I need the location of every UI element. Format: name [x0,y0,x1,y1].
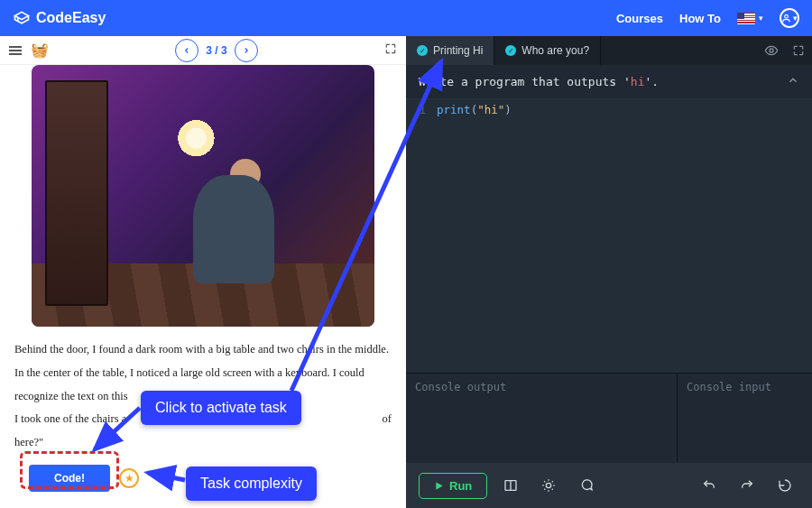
undo-icon [702,478,716,493]
visibility-button[interactable] [758,36,785,65]
check-icon: ✓ [505,45,516,56]
editor-toolbar: Run [406,463,812,508]
page-indicator: 3 / 3 [206,44,226,57]
redo-button[interactable] [733,471,761,500]
chevron-up-icon [787,74,799,87]
chat-button[interactable] [572,471,601,500]
next-page-button[interactable] [235,39,258,62]
account-menu[interactable]: ▾ [780,8,799,28]
tab-printing-hi[interactable]: ✓ Printing Hi [406,36,494,65]
eye-icon [764,43,779,58]
pager: 3 / 3 [58,39,375,62]
svg-point-3 [547,483,551,487]
console-input-label: Console input [687,381,771,393]
code-button[interactable]: Code! [29,465,110,492]
story-line: recognize the text on this [14,390,128,402]
chevron-right-icon [242,46,251,55]
basket-icon[interactable]: 🧺 [31,42,49,59]
svg-point-1 [770,49,773,52]
main-split: 🧺 3 / 3 Behind the door, I found a dark … [0,36,812,508]
play-icon [434,481,444,491]
user-icon [781,13,791,23]
svg-point-0 [785,14,789,18]
brand[interactable]: CodeEasy [13,9,106,27]
story-line: Behind the door, I found a dark room wit… [14,339,392,361]
chevron-down-icon: ▾ [759,14,763,23]
console-input[interactable]: Console input [677,374,812,463]
difficulty-badge[interactable]: ★ [119,468,139,488]
brand-text: CodeEasy [36,10,106,26]
refresh-icon [778,478,792,493]
tab-label: Printing Hi [433,44,483,57]
run-label: Run [449,479,472,493]
nav-howto[interactable]: How To [679,12,721,25]
tab-who-are-you[interactable]: ✓ Who are you? [494,36,601,65]
menu-button[interactable] [9,44,22,57]
layout-button[interactable] [496,471,525,500]
story-illustration [32,65,374,327]
check-icon: ✓ [417,45,428,56]
task-tabs: ✓ Printing Hi ✓ Who are you? [406,36,812,65]
flag-us-icon [737,13,755,24]
expand-icon [792,44,805,57]
chevron-down-icon: ▾ [793,14,798,23]
undo-button[interactable] [695,471,724,500]
sun-icon [541,478,556,493]
language-selector[interactable]: ▾ [737,13,763,24]
story-line: In the center of the table, I noticed a … [14,363,392,384]
redo-icon [740,478,754,493]
annotation-callout-complexity: Task complexity [186,466,317,501]
console-output: Console output [406,374,677,463]
chevron-left-icon [182,46,191,55]
annotation-callout-activate: Click to activate task [141,391,301,425]
story-panel: 🧺 3 / 3 Behind the door, I found a dark … [0,36,406,508]
code-panel: ✓ Printing Hi ✓ Who are you? Write a pro… [406,36,812,508]
columns-icon [503,478,518,493]
reset-button[interactable] [770,471,799,500]
story-line: here?" [14,432,392,454]
fullscreen-editor-button[interactable] [785,36,812,65]
top-nav: CodeEasy Courses How To ▾ ▾ [0,0,812,36]
logo-icon [13,9,31,27]
code-area[interactable]: print("hi") [433,99,812,373]
collapse-instruction-button[interactable] [787,74,799,89]
expand-icon [384,42,397,55]
line-gutter: 1 [406,99,433,373]
code-editor[interactable]: 1 print("hi") [406,99,812,373]
run-button[interactable]: Run [419,473,487,499]
tab-label: Who are you? [521,44,589,57]
chat-icon [579,478,594,493]
console-output-label: Console output [415,381,506,393]
task-instruction: Write a program that outputs 'hi'. [406,65,812,99]
story-line: of [383,409,392,430]
instruction-literal: hi [631,75,645,88]
story-content: Behind the door, I found a dark room wit… [0,65,406,508]
theme-button[interactable] [534,471,563,500]
console-row: Console output Console input [406,373,812,463]
prev-page-button[interactable] [175,39,198,62]
story-line: I took one of the chairs a [14,412,126,425]
fullscreen-button[interactable] [384,42,397,59]
story-toolbar: 🧺 3 / 3 [0,36,406,65]
instruction-text: Write a program that outputs [419,75,623,88]
nav-courses[interactable]: Courses [616,12,663,25]
